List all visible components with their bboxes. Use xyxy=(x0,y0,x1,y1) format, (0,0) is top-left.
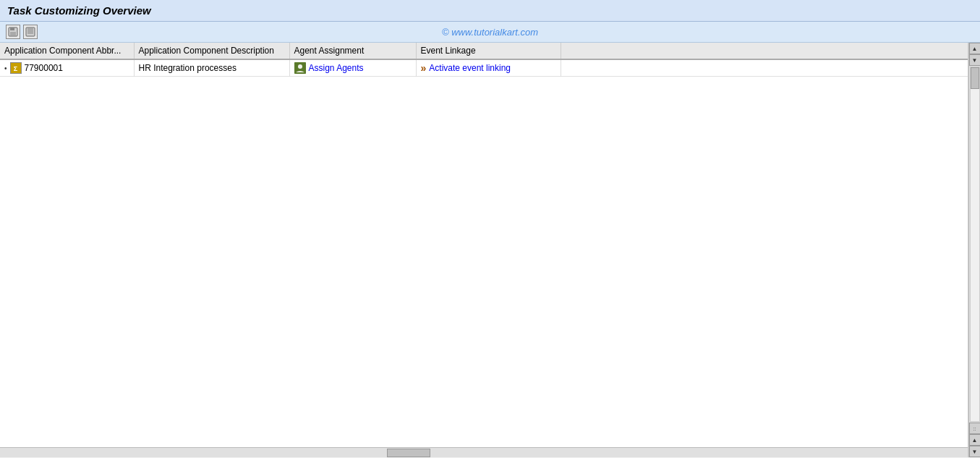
page-title: Task Customizing Overview xyxy=(7,4,973,17)
col-header-event: Event Linkage xyxy=(416,43,561,59)
table-row: • Σ 77900001 HR Integration processes xyxy=(0,59,968,77)
toolbar: © www.tutorialkart.com xyxy=(0,22,980,43)
cell-agent-assignment: Assign Agents xyxy=(289,59,416,77)
col-header-desc: Application Component Description xyxy=(134,43,289,59)
svg-rect-4 xyxy=(27,28,33,34)
bottom-scrollbar[interactable] xyxy=(0,447,968,457)
data-table: Application Component Abbr... Applicatio… xyxy=(0,43,968,77)
scroll-up-arrow[interactable]: ▲ xyxy=(969,43,981,54)
resize-handle[interactable]: :: xyxy=(969,423,981,434)
assign-agents-link[interactable]: Assign Agents xyxy=(309,63,364,73)
svg-point-6 xyxy=(298,64,302,69)
svg-rect-2 xyxy=(10,32,16,35)
content-area: Application Component Abbr... Applicatio… xyxy=(0,43,968,457)
col-header-agent: Agent Assignment xyxy=(289,43,416,59)
scroll-thumb-vertical[interactable] xyxy=(971,67,979,89)
scroll-track-vertical[interactable] xyxy=(970,67,980,422)
expand-indicator: • xyxy=(4,64,7,72)
task-icon: Σ xyxy=(10,62,22,74)
col-header-abbr: Application Component Abbr... xyxy=(0,43,134,59)
save-button[interactable] xyxy=(6,25,20,39)
cell-description: HR Integration processes xyxy=(134,59,289,77)
event-icon: » xyxy=(421,62,427,74)
title-bar: Task Customizing Overview xyxy=(0,0,980,22)
col-header-extra xyxy=(561,43,968,59)
assign-icon xyxy=(294,62,306,74)
svg-rect-1 xyxy=(10,27,14,30)
cell-extra xyxy=(561,59,968,77)
scroll-bottom-down-arrow[interactable]: ▼ xyxy=(969,446,981,457)
cell-abbr: • Σ 77900001 xyxy=(0,59,134,77)
table-container: Application Component Abbr... Applicatio… xyxy=(0,43,968,447)
abbr-value: 77900001 xyxy=(25,63,63,73)
scroll-down-arrow[interactable]: ▼ xyxy=(969,54,981,66)
watermark: © www.tutorialkart.com xyxy=(442,27,538,38)
scroll-bottom-up-arrow[interactable]: ▲ xyxy=(969,434,981,446)
activate-event-link[interactable]: Activate event linking xyxy=(429,63,511,73)
cell-event-linkage: » Activate event linking xyxy=(416,59,561,77)
refresh-button[interactable] xyxy=(23,25,38,39)
table-header-row: Application Component Abbr... Applicatio… xyxy=(0,43,968,59)
right-scrollbar: ▲ ▼ :: ▲ ▼ xyxy=(968,43,980,457)
main-container: Application Component Abbr... Applicatio… xyxy=(0,43,980,457)
bottom-scroll-thumb[interactable] xyxy=(387,449,430,457)
